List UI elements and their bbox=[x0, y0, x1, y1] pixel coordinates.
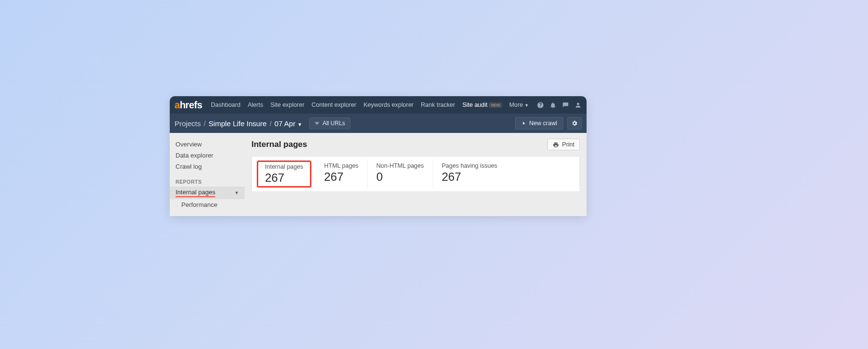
stat-label: HTML pages bbox=[324, 162, 358, 169]
body-area: Overview Data explorer Crawl log REPORTS… bbox=[170, 133, 587, 216]
sub-bar: Projects / Simple Life Insure / 07 Apr▼ … bbox=[170, 114, 587, 133]
nav-content-explorer[interactable]: Content explorer bbox=[311, 102, 356, 108]
nav-keywords-explorer[interactable]: Keywords explorer bbox=[364, 102, 414, 108]
breadcrumb-sep: / bbox=[269, 119, 271, 128]
main-header: Internal pages Print bbox=[251, 139, 580, 150]
stat-html-pages[interactable]: HTML pages 267 bbox=[315, 160, 368, 189]
main-content: Internal pages Print Internal pages 267 … bbox=[245, 133, 587, 216]
top-nav: ahrefs Dashboard Alerts Site explorer Co… bbox=[170, 96, 587, 114]
stat-value: 267 bbox=[324, 170, 358, 184]
new-badge: NEW bbox=[489, 102, 502, 108]
print-button[interactable]: Print bbox=[547, 139, 580, 150]
sidebar-overview[interactable]: Overview bbox=[170, 139, 245, 150]
nav-dashboard[interactable]: Dashboard bbox=[211, 102, 240, 108]
print-icon bbox=[553, 142, 559, 148]
inbox-icon[interactable] bbox=[561, 101, 569, 109]
nav-site-explorer[interactable]: Site explorer bbox=[270, 102, 304, 108]
breadcrumb-project-name[interactable]: Simple Life Insure bbox=[208, 119, 266, 128]
sidebar-reports-header: REPORTS bbox=[170, 172, 245, 187]
breadcrumb-date[interactable]: 07 Apr▼ bbox=[275, 119, 302, 128]
stat-non-html-pages[interactable]: Non-HTML pages 0 bbox=[368, 160, 433, 189]
stat-value: 0 bbox=[376, 170, 424, 184]
sidebar: Overview Data explorer Crawl log REPORTS… bbox=[170, 133, 245, 216]
stats-card: Internal pages 267 HTML pages 267 Non-HT… bbox=[251, 156, 580, 192]
sidebar-internal-pages[interactable]: Internal pages ▼ bbox=[170, 187, 245, 199]
gear-icon bbox=[571, 120, 578, 127]
filter-icon bbox=[314, 121, 320, 126]
sidebar-crawl-log[interactable]: Crawl log bbox=[170, 161, 245, 172]
sidebar-performance[interactable]: Performance bbox=[170, 199, 245, 210]
stat-value: 267 bbox=[442, 170, 498, 184]
new-crawl-button[interactable]: New crawl bbox=[515, 117, 563, 130]
bell-icon[interactable] bbox=[549, 101, 557, 109]
sidebar-data-explorer[interactable]: Data explorer bbox=[170, 150, 245, 161]
nav-rank-tracker[interactable]: Rank tracker bbox=[421, 102, 455, 108]
play-icon bbox=[521, 121, 526, 126]
chevron-down-icon: ▼ bbox=[235, 190, 239, 195]
nav-more[interactable]: More▼ bbox=[509, 102, 529, 108]
stat-internal-pages[interactable]: Internal pages 267 bbox=[257, 160, 311, 188]
top-icons bbox=[536, 101, 582, 109]
stat-pages-issues[interactable]: Pages having issues 267 bbox=[433, 160, 506, 189]
stat-value: 267 bbox=[265, 171, 303, 185]
stat-label: Internal pages bbox=[265, 163, 303, 170]
breadcrumb-sep: / bbox=[204, 119, 206, 128]
user-icon[interactable] bbox=[574, 101, 582, 109]
all-urls-button[interactable]: All URLs bbox=[309, 117, 351, 129]
ahrefs-logo[interactable]: ahrefs bbox=[175, 100, 202, 111]
app-window: ahrefs Dashboard Alerts Site explorer Co… bbox=[170, 96, 587, 216]
stat-label: Pages having issues bbox=[442, 162, 498, 169]
settings-button[interactable] bbox=[567, 117, 582, 130]
nav-site-audit[interactable]: Site auditNEW bbox=[462, 102, 502, 108]
nav-alerts[interactable]: Alerts bbox=[248, 102, 263, 108]
breadcrumb-projects[interactable]: Projects bbox=[175, 119, 201, 128]
help-icon[interactable] bbox=[536, 101, 544, 109]
page-title: Internal pages bbox=[251, 140, 307, 149]
nav-items: Dashboard Alerts Site explorer Content e… bbox=[211, 102, 531, 108]
stat-label: Non-HTML pages bbox=[376, 162, 424, 169]
